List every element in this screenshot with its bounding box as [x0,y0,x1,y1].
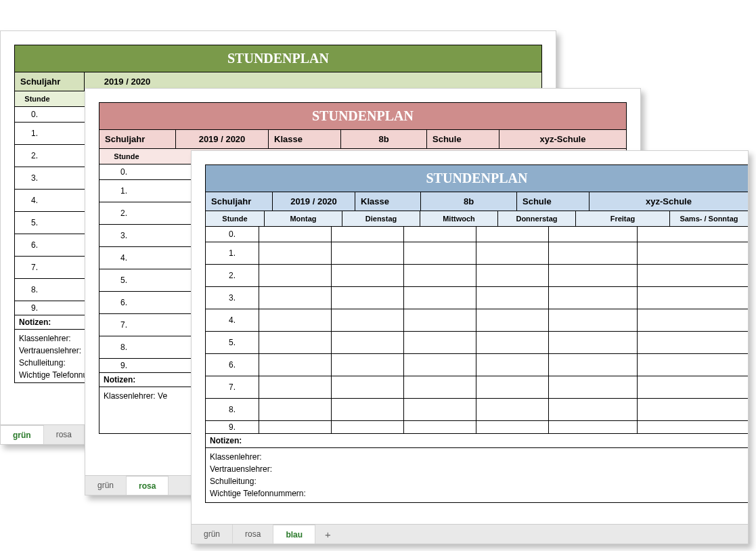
timetable-cell[interactable] [476,287,549,309]
timetable-cell[interactable] [549,227,638,242]
timetable-cell[interactable] [404,242,476,264]
timetable-cell[interactable] [638,309,748,331]
timetable-cell[interactable] [404,399,476,420]
timetable-cell[interactable] [332,227,404,242]
timetable-cell[interactable] [259,287,332,309]
timetable-cell[interactable] [638,332,748,353]
table-row: 3. [205,287,748,309]
timetable-blue-window: STUNDENPLAN Schuljahr 2019 / 2020 Klasse… [191,150,749,544]
timetable-cell[interactable] [476,332,549,353]
timetable-cell[interactable] [638,376,748,398]
add-tab-button[interactable]: + [315,525,340,544]
period-cell: 1. [206,242,259,264]
timetable-cell[interactable] [638,421,748,433]
period-cell: 0. [206,227,259,242]
timetable-cell[interactable] [638,242,748,264]
tab-rosa[interactable]: rosa [233,525,273,544]
timetable-cell[interactable] [332,354,404,376]
timetable-cell[interactable] [549,265,638,286]
timetable-cell[interactable] [549,332,638,353]
tab-gruen[interactable]: grün [85,476,127,495]
timetable-cell[interactable] [404,354,476,376]
col-stunde: Stunde [15,91,60,106]
table-row: 2. [205,265,748,287]
timetable-cell[interactable] [259,376,332,398]
timetable-cell[interactable] [404,376,476,398]
timetable-cell[interactable] [404,332,476,353]
timetable-cell[interactable] [332,309,404,331]
timetable-cell[interactable] [549,376,638,398]
schuljahr-value: 2019 / 2020 [273,192,355,211]
timetable-cell[interactable] [259,332,332,353]
klasse-label: Klasse [355,192,421,211]
timetable-cell[interactable] [638,287,748,309]
period-cell: 3. [15,167,54,189]
period-cell: 0. [99,164,148,179]
col-dienstag: Dienstag [342,211,420,226]
timetable-cell[interactable] [259,227,332,242]
timetable-cell[interactable] [259,399,332,420]
timetable-cell[interactable] [549,287,638,309]
timetable-cell[interactable] [259,265,332,286]
timetable-cell[interactable] [332,376,404,398]
period-cell: 9. [15,301,54,315]
timetable-cell[interactable] [476,309,549,331]
timetable-cell[interactable] [259,242,332,264]
timetable-cell[interactable] [549,421,638,433]
col-montag: Montag [265,211,342,226]
timetable-cell[interactable] [404,287,476,309]
timetable-cell[interactable] [476,227,549,242]
timetable-cell[interactable] [404,421,476,433]
tab-rosa[interactable]: rosa [44,425,85,444]
note-line: Klassenlehrer: [210,451,744,463]
timetable-cell[interactable] [259,309,332,331]
timetable-cell[interactable] [476,265,549,286]
period-cell: 8. [206,399,259,420]
header-row-blue: Stunde Montag Dienstag Mittwoch Donnerst… [205,211,748,227]
timetable-cell[interactable] [332,332,404,353]
timetable-cell[interactable] [476,354,549,376]
period-cell: 5. [15,212,54,234]
timetable-cell[interactable] [476,376,549,398]
period-cell: 9. [99,359,148,372]
table-row: 9. [205,421,748,434]
schule-value: xyz-Schule [499,130,626,148]
col-stunde: Stunde [206,211,265,226]
rows-blue: 0.1.2.3.4.5.6.7.8.9. [205,227,748,434]
title-rose: STUNDENPLAN [99,102,627,130]
timetable-cell[interactable] [404,227,476,242]
timetable-cell[interactable] [332,421,404,433]
timetable-cell[interactable] [638,399,748,420]
timetable-cell[interactable] [549,242,638,264]
table-row: 8. [205,399,748,421]
timetable-cell[interactable] [404,309,476,331]
period-cell: 7. [15,257,54,278]
timetable-cell[interactable] [332,399,404,420]
tab-blau[interactable]: blau [273,525,315,544]
period-cell: 9. [206,421,259,433]
timetable-cell[interactable] [332,265,404,286]
tab-gruen[interactable]: grün [192,525,233,544]
timetable-cell[interactable] [549,399,638,420]
timetable-cell[interactable] [638,354,748,376]
col-freitag: Freitag [576,211,670,226]
timetable-cell[interactable] [476,242,549,264]
note-line: Wichtige Telefonnummern: [210,487,744,500]
tab-gruen[interactable]: grün [1,425,44,444]
tab-rosa[interactable]: rosa [127,476,169,495]
timetable-cell[interactable] [549,309,638,331]
timetable-cell[interactable] [259,421,332,433]
timetable-cell[interactable] [332,287,404,309]
timetable-cell[interactable] [638,227,748,242]
period-cell: 2. [99,202,148,224]
timetable-cell[interactable] [476,399,549,420]
timetable-cell[interactable] [638,265,748,286]
period-cell: 7. [99,314,148,336]
timetable-cell[interactable] [476,421,549,433]
timetable-cell[interactable] [259,354,332,376]
timetable-cell[interactable] [549,354,638,376]
notes-label-blue: Notizen: [205,434,748,448]
timetable-cell[interactable] [404,265,476,286]
period-cell: 1. [15,123,54,144]
timetable-cell[interactable] [332,242,404,264]
